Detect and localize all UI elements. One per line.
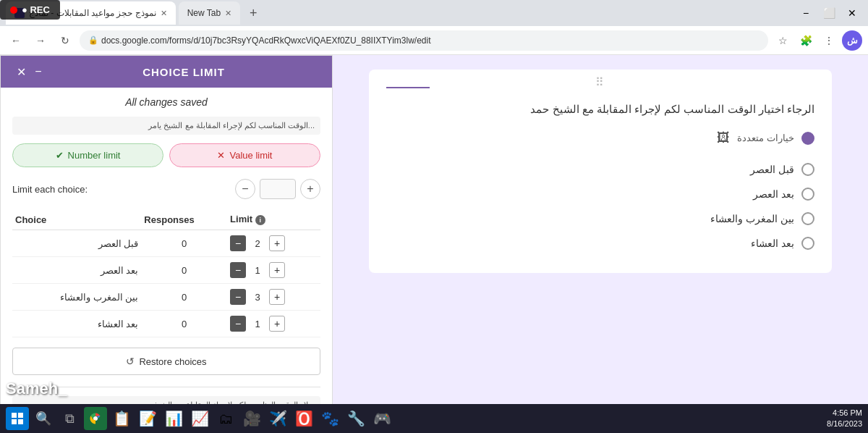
taskbar-time-value: 4:56 PM [827, 408, 862, 419]
limit-each-stepper: − + [235, 179, 320, 199]
close-window-btn[interactable]: ✕ [842, 3, 862, 23]
restore-icon: ↺ [126, 356, 135, 367]
taskbar-forms[interactable]: 📋 [110, 407, 133, 430]
taskbar-excel[interactable]: 📈 [188, 407, 211, 430]
limit-minus-btn-1[interactable]: − [230, 262, 246, 278]
taskbar-powerpoint[interactable]: 📊 [162, 407, 185, 430]
menu-icon[interactable]: ⋮ [819, 30, 839, 51]
col-choice-header: Choice [12, 209, 141, 230]
image-add-icon[interactable]: 🖼 [717, 130, 730, 146]
taskbar-app1[interactable]: 🐾 [318, 407, 341, 430]
taskbar-app2[interactable]: 🔧 [344, 407, 367, 430]
restore-label: Restore choices [139, 356, 206, 367]
form-choices: قبل العصر بعد العصر بين المغرب والعشاء ب… [386, 157, 814, 256]
taskbar-word[interactable]: 📝 [136, 407, 159, 430]
question-text: الرجاء اختيار الوقت المناسب لكم لإجراء ا… [386, 103, 814, 116]
choice-limit-cell: − 1 + [227, 257, 320, 284]
limit-minus-btn-0[interactable]: − [230, 235, 246, 251]
limit-each-minus-btn[interactable]: − [235, 179, 255, 199]
limit-plus-btn-0[interactable]: + [269, 235, 285, 251]
limit-type-buttons: ✔ Number limit ✕ Value limit [12, 143, 320, 167]
limit-minus-btn-2[interactable]: − [230, 289, 246, 305]
number-limit-btn[interactable]: ✔ Number limit [12, 143, 163, 167]
taskbar-clock: 4:56 PM 8/16/2023 [827, 408, 862, 430]
choice-name-cell: بين المغرب والعشاء [12, 284, 141, 311]
rec-text: ● REC [22, 4, 50, 15]
svg-rect-0 [12, 413, 17, 418]
limit-each-plus-btn[interactable]: + [300, 179, 320, 199]
choice-radio-0[interactable] [801, 163, 814, 176]
sameh-label: Sameh_ [6, 379, 67, 398]
limit-value-0: 2 [249, 238, 266, 249]
taskbar-search[interactable]: 🔍 [32, 407, 55, 430]
nav-actions: ☆ 🧩 ⋮ ش [773, 30, 862, 51]
bookmark-icon[interactable]: ☆ [773, 30, 793, 51]
value-limit-btn[interactable]: ✕ Value limit [169, 143, 320, 167]
maximize-window-btn[interactable]: ⬜ [819, 3, 839, 23]
limit-plus-btn-1[interactable]: + [269, 262, 285, 278]
address-text: docs.google.com/forms/d/10j7bc3RsyYQAcdR… [101, 35, 431, 46]
drag-handle: ⠿ [595, 75, 605, 89]
choices-table: Choice Responses Limit i قبل العصر 0 − 2 [12, 209, 320, 337]
choice-radio-1[interactable] [801, 188, 814, 201]
modal-close-btn[interactable]: ✕ [12, 63, 30, 80]
value-limit-label: Value limit [229, 150, 272, 161]
choice-label-2: بين المغرب والعشاء [386, 213, 794, 224]
svg-rect-1 [18, 413, 23, 418]
profile-button[interactable]: ش [842, 30, 862, 51]
choice-radio-2[interactable] [801, 212, 814, 225]
x-icon: ✕ [217, 150, 225, 161]
address-bar[interactable]: 🔒 docs.google.com/forms/d/10j7bc3RsyYQAc… [80, 30, 768, 51]
tab-new-close-btn[interactable]: ✕ [225, 9, 231, 18]
choice-label-0: قبل العصر [386, 164, 794, 175]
limit-plus-btn-2[interactable]: + [269, 289, 285, 305]
modal-header: ✕ − CHOICE LIMIT [1, 56, 332, 88]
saved-status: All changes saved [12, 96, 320, 108]
choice-name-cell: قبل العصر [12, 230, 141, 257]
taskbar-files[interactable]: 🗂 [214, 407, 237, 430]
rec-badge: ● REC [0, 0, 60, 20]
number-limit-label: Number limit [68, 150, 121, 161]
check-icon: ✔ [56, 150, 64, 161]
windows-logo-icon [12, 413, 23, 424]
limit-each-label: Limit each choice: [12, 184, 88, 195]
taskbar-date-value: 8/16/2023 [827, 419, 862, 429]
rec-dot [10, 7, 17, 14]
choice-table-row: بين المغرب والعشاء 0 − 3 + [12, 284, 320, 311]
browser-chrome: نموذج حجز مواعيد المقابلات - نماذج ✕ New… [0, 0, 868, 55]
limit-minus-btn-3[interactable]: − [230, 316, 246, 332]
choice-radio-3[interactable] [801, 237, 814, 250]
taskbar-opera[interactable]: 🅾️ [292, 407, 315, 430]
taskbar-chrome[interactable] [84, 407, 107, 430]
main-area: ✕ − CHOICE LIMIT All changes saved ...ال… [0, 55, 868, 433]
start-button[interactable] [6, 407, 29, 430]
limit-each-row: Limit each choice: − + [12, 179, 320, 199]
choice-limit-cell: − 1 + [227, 311, 320, 337]
form-choice-item: قبل العصر [386, 157, 814, 182]
tab-close-btn[interactable]: ✕ [161, 9, 167, 18]
col-limit-header: Limit i [227, 209, 320, 230]
reload-button[interactable]: ↻ [55, 30, 75, 51]
forward-button[interactable]: → [30, 30, 51, 51]
modal-title: CHOICE LIMIT [47, 66, 320, 78]
restore-choices-btn[interactable]: ↺ Restore choices [12, 348, 320, 375]
taskbar-video[interactable]: 🎥 [240, 407, 263, 430]
limit-each-input[interactable] [260, 179, 296, 199]
form-panel: ⠿ الرجاء اختيار الوقت المناسب لكم لإجراء… [333, 55, 868, 433]
back-button[interactable]: ← [6, 30, 26, 51]
taskbar-taskview[interactable]: ⧉ [58, 407, 81, 430]
extensions-icon[interactable]: 🧩 [796, 30, 816, 51]
taskbar-app3[interactable]: 🎮 [370, 407, 393, 430]
limit-plus-btn-3[interactable]: + [269, 316, 285, 332]
choice-table-row: قبل العصر 0 − 2 + [12, 230, 320, 257]
form-choice-item: بعد العصر [386, 182, 814, 206]
modal-minimize-btn[interactable]: − [30, 63, 47, 80]
choice-responses-cell: 0 [141, 257, 227, 284]
tab-newtab[interactable]: New Tab ✕ [179, 1, 240, 25]
limit-info-icon[interactable]: i [255, 215, 265, 225]
new-tab-button[interactable]: + [243, 3, 263, 23]
minimize-window-btn[interactable]: − [796, 3, 816, 23]
taskbar-telegram[interactable]: ✈️ [266, 407, 289, 430]
svg-rect-2 [12, 419, 17, 424]
choice-limit-cell: − 3 + [227, 284, 320, 311]
